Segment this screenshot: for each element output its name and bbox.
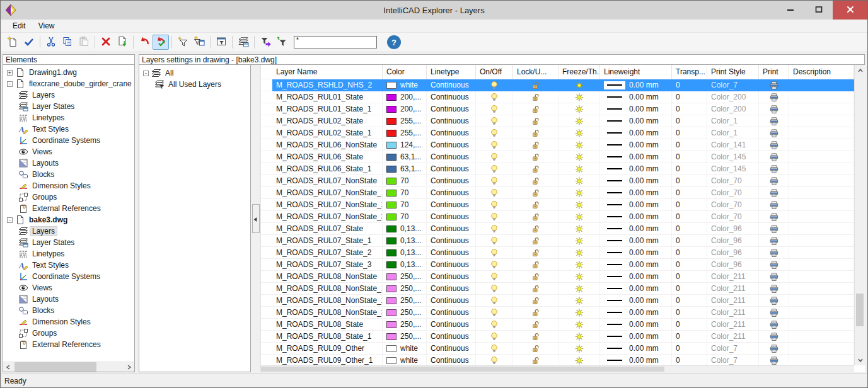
tree-item-coordinate-systems[interactable]: Coordinate Systems (3, 271, 134, 282)
lineweight-cell[interactable]: 0.00 mm (600, 259, 672, 271)
scroll-right-button[interactable] (124, 362, 134, 372)
description-cell[interactable] (789, 211, 854, 223)
description-cell[interactable] (789, 271, 854, 283)
color-swatch[interactable] (386, 345, 396, 352)
color-swatch[interactable] (386, 273, 396, 280)
new-item-button[interactable] (4, 35, 21, 50)
layer-name-cell[interactable]: M_ROADS_RUL09_Other (272, 343, 383, 355)
sun-icon[interactable] (575, 272, 584, 282)
transparency-cell[interactable]: 0 (672, 127, 707, 139)
lineweight-cell[interactable]: 0.00 mm (600, 235, 672, 247)
transparency-cell[interactable]: 0 (672, 331, 707, 343)
freeze-cell[interactable] (558, 271, 600, 283)
linetype-cell[interactable]: Continuous (427, 259, 476, 271)
bulb-on-icon[interactable] (490, 128, 499, 138)
lineweight-cell[interactable]: 0.00 mm (600, 271, 672, 283)
color-swatch[interactable] (386, 333, 396, 340)
lock-cell[interactable] (513, 331, 558, 343)
on-off-cell[interactable] (476, 307, 513, 319)
transparency-cell[interactable]: 0 (672, 319, 707, 331)
column-header-print-style[interactable]: Print Style (707, 65, 759, 79)
lock-open-icon[interactable] (531, 188, 540, 198)
tree-item-external-references[interactable]: External References (3, 203, 134, 214)
tree-item-groups[interactable]: Groups (3, 191, 134, 203)
tree-item-layer-states[interactable]: Layer States (3, 237, 134, 248)
description-cell[interactable] (789, 259, 854, 271)
layer-name-cell[interactable]: M_ROADS_RUL01_State_1 (272, 103, 383, 115)
lineweight-cell[interactable]: 0.00 mm (600, 199, 672, 211)
color-swatch[interactable] (386, 237, 396, 244)
linetype-cell[interactable]: Continuous (427, 175, 476, 187)
color-swatch[interactable] (386, 225, 396, 232)
regen-button[interactable] (136, 35, 153, 50)
sun-icon[interactable] (575, 308, 584, 317)
freeze-cell[interactable] (558, 211, 600, 223)
lineweight-cell[interactable]: 0.00 mm (600, 307, 672, 319)
transparency-cell[interactable]: 0 (672, 343, 707, 355)
window-filter-button[interactable] (213, 35, 229, 50)
print-cell[interactable] (759, 175, 789, 187)
layer-name-cell[interactable]: M_ROADS_RUL08_State (272, 319, 383, 331)
scroll-down-button[interactable] (855, 355, 865, 365)
lock-cell[interactable] (513, 103, 558, 115)
purge-button[interactable] (114, 35, 130, 50)
sun-icon[interactable] (575, 81, 584, 90)
bulb-on-icon[interactable] (490, 188, 499, 198)
layer-color-cell[interactable]: 0,13... (383, 247, 427, 259)
collapse-node-icon[interactable]: - (7, 217, 13, 223)
confirm-button[interactable] (21, 35, 37, 50)
color-swatch[interactable] (386, 166, 396, 173)
freeze-cell[interactable] (558, 283, 600, 295)
lineweight-cell[interactable]: 0.00 mm (600, 295, 672, 307)
tree-item-layers[interactable]: Layers (3, 89, 134, 101)
bulb-on-icon[interactable] (490, 93, 499, 102)
description-cell[interactable] (789, 319, 854, 331)
printer-icon[interactable] (770, 236, 778, 246)
description-cell[interactable] (789, 103, 854, 115)
color-swatch[interactable] (386, 178, 396, 185)
layer-color-cell[interactable]: 63,1... (383, 151, 427, 163)
on-off-cell[interactable] (476, 199, 513, 211)
layer-color-cell[interactable]: 70 (383, 199, 427, 211)
printer-icon[interactable] (770, 81, 778, 90)
printer-icon[interactable] (770, 212, 778, 222)
on-off-cell[interactable] (476, 271, 513, 283)
lock-cell[interactable] (513, 307, 558, 319)
layer-name-cell[interactable]: M_ROADS_RUL02_State (272, 115, 383, 127)
freeze-cell[interactable] (558, 139, 600, 151)
layer-name-cell[interactable]: M_ROADS_RUL07_State_2 (272, 247, 383, 259)
on-off-cell[interactable] (476, 331, 513, 343)
transparency-cell[interactable]: 0 (672, 175, 707, 187)
tree-item-layouts[interactable]: Layouts (3, 157, 134, 169)
print-cell[interactable] (759, 247, 789, 259)
layer-color-cell[interactable]: 63,1... (383, 163, 427, 175)
color-swatch[interactable] (386, 130, 396, 137)
freeze-cell[interactable] (558, 319, 600, 331)
lock-open-icon[interactable] (531, 296, 540, 305)
print-cell[interactable] (759, 211, 789, 223)
color-swatch[interactable] (386, 309, 396, 316)
layer-name-cell[interactable]: M_ROADS_RUL09_Other_1 (272, 355, 383, 365)
lock-open-icon[interactable] (531, 224, 540, 234)
sun-icon[interactable] (575, 248, 584, 258)
layer-row-m_roads_rul08_nonstate_1[interactable]: M_ROADS_RUL08_NonState_1250,...Continuou… (261, 283, 854, 295)
freeze-cell[interactable] (558, 175, 600, 187)
print-cell[interactable] (759, 331, 789, 343)
color-swatch[interactable] (386, 357, 396, 364)
transparency-cell[interactable]: 0 (672, 295, 707, 307)
color-swatch[interactable] (386, 297, 396, 304)
print-cell[interactable] (759, 151, 789, 163)
layer-color-cell[interactable]: white (383, 79, 427, 91)
lineweight-cell[interactable]: 0.00 mm (600, 223, 672, 235)
on-off-cell[interactable] (476, 355, 513, 365)
linetype-cell[interactable]: Continuous (427, 139, 476, 151)
description-cell[interactable] (789, 127, 854, 139)
lock-open-icon[interactable] (531, 272, 540, 282)
layer-color-cell[interactable]: 70 (383, 175, 427, 187)
tree-item-layouts[interactable]: Layouts (3, 294, 134, 305)
lock-cell[interactable] (513, 115, 558, 127)
layer-row-m_roads_rul08_state_1[interactable]: M_ROADS_RUL08_State_1250,...Continuous0.… (261, 331, 854, 343)
layer-row-m_roads_rul06_state_1[interactable]: M_ROADS_RUL06_State_163,1...Continuous0.… (261, 163, 854, 175)
lineweight-cell[interactable]: 0.00 mm (600, 247, 672, 259)
tree-item-all[interactable]: -All (139, 67, 250, 79)
